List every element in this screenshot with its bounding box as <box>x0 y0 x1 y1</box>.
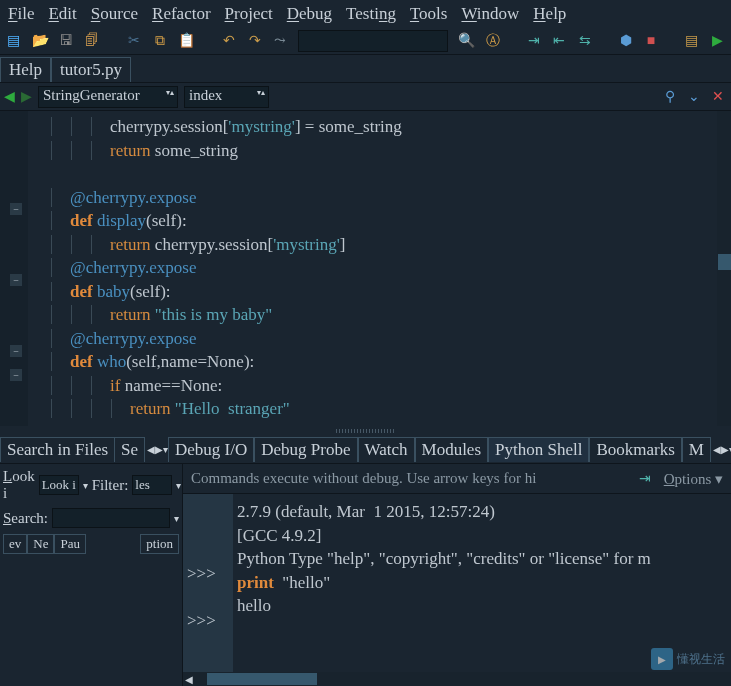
paste-icon[interactable]: 📋 <box>178 32 195 50</box>
dedent-icon[interactable]: ⇤ <box>551 32 567 50</box>
pause-button[interactable]: Pau <box>54 534 86 554</box>
tab-search[interactable]: Se <box>114 437 145 462</box>
doc-icon[interactable]: ▤ <box>684 32 700 50</box>
undo-icon[interactable]: ↶ <box>222 32 238 50</box>
filter-input[interactable] <box>132 475 172 495</box>
menu-testing[interactable]: Testing <box>346 4 396 24</box>
new-file-icon[interactable]: ▤ <box>6 32 22 50</box>
next-button[interactable]: Ne <box>27 534 54 554</box>
shell-hint: Commands execute without debug. Use arro… <box>191 470 536 487</box>
tab-help[interactable]: Help <box>0 57 51 82</box>
cut-icon[interactable]: ✂ <box>127 32 143 50</box>
scroll-thumb[interactable] <box>718 254 731 270</box>
close-icon[interactable]: ✕ <box>709 88 727 106</box>
fold-marker[interactable]: – <box>10 345 22 357</box>
search-panel: Look i▾ Filter:▾ Search: ▾ ev Ne Pau pti… <box>0 464 183 686</box>
tab-left-icon[interactable]: ◀ <box>147 444 155 455</box>
nav-fwd-icon[interactable]: ▶ <box>21 88 32 105</box>
filter-label: Filter: <box>92 477 129 494</box>
save-icon[interactable]: 🖫 <box>59 32 75 50</box>
prev-button[interactable]: ev <box>3 534 27 554</box>
menu-edit[interactable]: Edit <box>48 4 76 24</box>
menu-bar: File Edit Source Refactor Project Debug … <box>0 0 731 27</box>
indent-icon[interactable]: ⇥ <box>526 32 542 50</box>
shell-panel: Commands execute without debug. Use arro… <box>183 464 731 686</box>
bottom-tab-bar: Search in Files Se ◀▶ ▾ Debug I/O Debug … <box>0 436 731 464</box>
comment-icon[interactable]: ⇆ <box>577 32 593 50</box>
shell-action-icon[interactable]: ⇥ <box>636 470 654 488</box>
pin-icon[interactable]: ⚲ <box>661 88 679 106</box>
search-icon[interactable]: 🔍 <box>458 32 475 50</box>
fold-marker[interactable]: – <box>10 274 22 286</box>
tab-right2-icon[interactable]: ▶ <box>721 444 729 455</box>
shell-output[interactable]: 2.7.9 (default, Mar 1 2015, 12:57:24) [G… <box>233 494 731 672</box>
bottom-panels: Search in Files Se ◀▶ ▾ Debug I/O Debug … <box>0 436 731 686</box>
tab-right-icon[interactable]: ▶ <box>155 444 163 455</box>
search-text-input[interactable] <box>52 508 170 528</box>
python-icon[interactable]: ⬢ <box>618 32 634 50</box>
watermark: ▶ 懂视生活 <box>651 648 725 670</box>
menu-file[interactable]: File <box>8 4 34 24</box>
menu-project[interactable]: Project <box>225 4 273 24</box>
class-combo[interactable]: StringGenerator <box>38 86 178 108</box>
stop-icon[interactable]: ■ <box>643 32 659 50</box>
shell-hscroll[interactable]: ◀ <box>183 672 731 686</box>
menu-tools[interactable]: Tools <box>410 4 448 24</box>
goto-icon[interactable]: ⤳ <box>273 32 289 50</box>
nav-back-icon[interactable]: ◀ <box>4 88 15 105</box>
prompt-gutter: >>> >>> <box>183 494 233 672</box>
menu-source[interactable]: Source <box>91 4 138 24</box>
tab-tutor5[interactable]: tutor5.py <box>51 57 131 82</box>
copy-icon[interactable]: ⧉ <box>152 32 168 50</box>
tab-search-files[interactable]: Search in Files <box>0 437 114 462</box>
tab-python-shell[interactable]: Python Shell <box>488 437 589 462</box>
watermark-icon: ▶ <box>651 648 673 670</box>
tab-left2-icon[interactable]: ◀ <box>713 444 721 455</box>
check-icon[interactable]: Ⓐ <box>485 32 501 50</box>
run-icon[interactable]: ▶ <box>710 32 726 50</box>
editor: – – – – cherrypy.session['mystring'] = s… <box>0 111 731 426</box>
nav-bar: ◀ ▶ StringGenerator index ⚲ ⌄ ✕ <box>0 83 731 111</box>
tab-watch[interactable]: Watch <box>358 437 415 462</box>
chevron-down-icon[interactable]: ⌄ <box>685 88 703 106</box>
file-tab-bar: Help tutor5.py <box>0 55 731 83</box>
hscroll-thumb[interactable] <box>207 673 317 685</box>
tab-debug-probe[interactable]: Debug Probe <box>254 437 357 462</box>
menu-refactor[interactable]: Refactor <box>152 4 211 24</box>
lookin-input[interactable] <box>39 475 79 495</box>
menu-window[interactable]: Window <box>461 4 519 24</box>
open-icon[interactable]: 📂 <box>32 32 49 50</box>
redo-icon[interactable]: ↷ <box>247 32 263 50</box>
method-combo[interactable]: index <box>184 86 269 108</box>
tab-more[interactable]: M <box>682 437 711 462</box>
menu-debug[interactable]: Debug <box>287 4 332 24</box>
shell-options[interactable]: Options ▾ <box>664 470 723 488</box>
toolbar: ▤ 📂 🖫 🗐 ✂ ⧉ 📋 ↶ ↷ ⤳ 🔍 Ⓐ ⇥ ⇤ ⇆ ⬢ ■ ▤ ▶ <box>0 27 731 55</box>
editor-vscroll[interactable] <box>717 111 731 426</box>
save-all-icon[interactable]: 🗐 <box>84 32 100 50</box>
fold-gutter: – – – – <box>0 111 28 426</box>
fold-marker[interactable]: – <box>10 369 22 381</box>
search-label: Search: <box>3 510 48 527</box>
fold-marker[interactable]: – <box>10 203 22 215</box>
tab-debug-io[interactable]: Debug I/O <box>168 437 254 462</box>
h-splitter[interactable] <box>0 426 731 436</box>
menu-help[interactable]: Help <box>533 4 566 24</box>
tab-modules[interactable]: Modules <box>415 437 489 462</box>
options-button[interactable]: ption <box>140 534 179 554</box>
search-input[interactable] <box>298 30 448 52</box>
tab-bookmarks[interactable]: Bookmarks <box>589 437 681 462</box>
code-area[interactable]: cherrypy.session['mystring'] = some_stri… <box>28 111 731 425</box>
lookin-label: Look i <box>3 468 35 502</box>
